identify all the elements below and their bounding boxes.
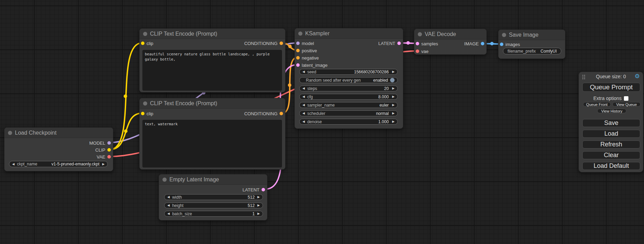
node-title-bar[interactable]: CLIP Text Encode (Prompt) (140, 29, 285, 39)
node-title-bar[interactable]: Load Checkpoint (5, 128, 113, 138)
queue-panel[interactable]: Queue size: 0 ⚙ Queue Prompt Extra optio… (579, 72, 643, 172)
steps-widget[interactable]: ◀ steps 20 ▶ (299, 85, 398, 91)
node-clip-text-encode-positive[interactable]: CLIP Text Encode (Prompt) clip CONDITION… (139, 28, 285, 92)
prev-value-icon[interactable]: ◀ (167, 212, 170, 215)
next-value-icon[interactable]: ▶ (392, 120, 395, 123)
width-widget[interactable]: ◀ width 512 ▶ (164, 194, 263, 200)
next-value-icon[interactable]: ▶ (392, 87, 395, 90)
node-title-bar[interactable]: CLIP Text Encode (Prompt) (140, 98, 285, 109)
output-model[interactable]: MODEL (5, 139, 113, 146)
node-load-checkpoint[interactable]: Load Checkpoint MODEL CLIP VAE ◀ ckpt_na… (4, 127, 113, 171)
collapse-dot-icon[interactable] (502, 33, 506, 37)
latent-port-dot[interactable] (416, 42, 419, 45)
collapse-dot-icon[interactable] (418, 32, 422, 36)
settings-gear-icon[interactable]: ⚙ (635, 73, 640, 80)
conditioning-port-dot[interactable] (280, 42, 283, 45)
next-value-icon[interactable]: ▶ (257, 212, 260, 215)
queue-prompt-button[interactable]: Queue Prompt (582, 83, 640, 92)
node-clip-text-encode-negative[interactable]: CLIP Text Encode (Prompt) clip CONDITION… (139, 98, 285, 170)
denoise-widget[interactable]: ◀ denoise 1.000 ▶ (299, 119, 398, 125)
refresh-button[interactable]: Refresh (582, 141, 640, 148)
collapse-dot-icon[interactable] (143, 101, 147, 106)
model-port-dot[interactable] (107, 141, 111, 145)
next-value-icon[interactable]: ▶ (257, 204, 260, 207)
input-clip[interactable]: clip (140, 110, 181, 117)
clip-port-dot[interactable] (141, 112, 144, 115)
queue-front-button[interactable]: Queue Front (583, 102, 611, 107)
positive-prompt-textarea[interactable]: beautiful scenery nature glass bottle la… (142, 50, 282, 91)
prev-value-icon[interactable]: ◀ (167, 204, 170, 207)
ckpt-name-widget[interactable]: ◀ ckpt_name v1-5-pruned-emaonly.ckpt ▶ (9, 161, 108, 167)
vae-port-dot[interactable] (107, 155, 111, 159)
cfg-widget[interactable]: ◀ cfg 8.000 ▶ (299, 94, 398, 100)
collapse-dot-icon[interactable] (8, 131, 12, 135)
node-graph-canvas[interactable]: Load Checkpoint MODEL CLIP VAE ◀ ckpt_na… (0, 0, 644, 244)
conditioning-port-dot[interactable] (296, 56, 300, 60)
load-button[interactable]: Load (582, 130, 640, 138)
clear-button[interactable]: Clear (582, 151, 640, 159)
node-ksampler[interactable]: KSampler model positive negative latent_… (294, 28, 403, 129)
collapse-dot-icon[interactable] (143, 32, 147, 36)
latent-port-dot[interactable] (262, 188, 265, 191)
collapse-dot-icon[interactable] (298, 31, 302, 36)
filename-prefix-widget[interactable]: filename_prefix ComfyUI (503, 48, 561, 54)
clip-port-dot[interactable] (141, 42, 144, 45)
latent-port-dot[interactable] (296, 63, 300, 67)
load-default-button[interactable]: Load Default (582, 162, 640, 170)
prev-value-icon[interactable]: ◀ (12, 163, 15, 166)
view-queue-button[interactable]: View Queue (612, 102, 641, 107)
input-positive[interactable]: positive (295, 47, 343, 54)
prev-value-icon[interactable]: ◀ (302, 95, 305, 98)
node-title-bar[interactable]: Empty Latent Image (159, 174, 267, 185)
output-conditioning[interactable]: CONDITIONING (216, 40, 285, 47)
node-empty-latent-image[interactable]: Empty Latent Image LATENT ◀ width 512 ▶ … (159, 174, 267, 220)
prev-value-icon[interactable]: ◀ (302, 87, 305, 90)
output-latent[interactable]: LATENT (361, 40, 403, 47)
scheduler-widget[interactable]: ◀ scheduler normal ▶ (299, 110, 398, 116)
input-samples[interactable]: samples (414, 40, 452, 47)
next-value-icon[interactable]: ▶ (392, 103, 395, 107)
prev-value-icon[interactable]: ◀ (302, 120, 305, 123)
input-clip[interactable]: clip (140, 40, 181, 47)
height-widget[interactable]: ◀ height 512 ▶ (164, 202, 263, 208)
negative-prompt-textarea[interactable]: text, watermark (142, 120, 282, 168)
next-value-icon[interactable]: ▶ (392, 95, 395, 98)
latent-port-dot[interactable] (397, 42, 401, 45)
conditioning-port-dot[interactable] (280, 112, 283, 115)
prev-value-icon[interactable]: ◀ (302, 70, 305, 73)
input-model[interactable]: model (295, 40, 343, 47)
seed-widget[interactable]: ◀ seed 156680208700286 ▶ (299, 69, 398, 75)
toggle-dot-icon[interactable] (390, 78, 395, 82)
node-title-bar[interactable]: VAE Decode (414, 29, 486, 39)
output-latent[interactable]: LATENT (226, 186, 267, 193)
node-title-bar[interactable]: Save Image (499, 30, 565, 40)
prev-value-icon[interactable]: ◀ (302, 103, 305, 107)
input-vae[interactable]: vae (414, 48, 452, 55)
node-title-bar[interactable]: KSampler (295, 28, 403, 39)
prev-value-icon[interactable]: ◀ (302, 112, 305, 115)
sampler-name-widget[interactable]: ◀ sampler_name euler ▶ (299, 102, 398, 108)
next-value-icon[interactable]: ▶ (392, 112, 395, 115)
collapse-dot-icon[interactable] (162, 178, 167, 182)
view-history-button[interactable]: View History (597, 109, 626, 113)
input-images[interactable]: images (499, 41, 537, 48)
prev-value-icon[interactable]: ◀ (167, 196, 170, 199)
input-negative[interactable]: negative (295, 54, 343, 61)
clip-port-dot[interactable] (107, 148, 111, 152)
next-value-icon[interactable]: ▶ (257, 196, 260, 199)
model-port-dot[interactable] (296, 42, 300, 45)
next-value-icon[interactable]: ▶ (392, 70, 395, 73)
next-value-icon[interactable]: ▶ (102, 163, 105, 166)
input-latent-image[interactable]: latent_image (295, 62, 343, 69)
vae-port-dot[interactable] (416, 49, 419, 53)
image-port-dot[interactable] (481, 42, 484, 45)
batch-size-widget[interactable]: ◀ batch_size 1 ▶ (164, 211, 263, 217)
save-button[interactable]: Save (582, 119, 640, 127)
output-vae[interactable]: VAE (5, 153, 113, 160)
extra-options-checkbox[interactable] (624, 96, 628, 101)
image-port-dot[interactable] (500, 43, 503, 46)
node-save-image[interactable]: Save Image images filename_prefix ComfyU… (498, 29, 565, 59)
random-seed-toggle-widget[interactable]: Random seed after every gen enabled (299, 77, 398, 83)
output-conditioning[interactable]: CONDITIONING (216, 110, 285, 117)
node-vae-decode[interactable]: VAE Decode samples vae IMAGE (414, 29, 487, 55)
